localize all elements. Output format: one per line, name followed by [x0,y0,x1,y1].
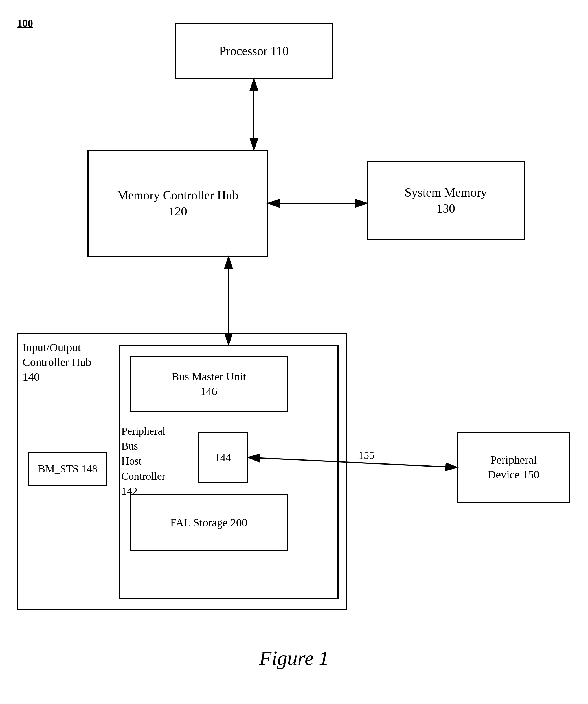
fal-label: FAL Storage 200 [170,516,247,529]
mch-label: Memory Controller Hub120 [117,187,239,220]
system-memory-label: System Memory130 [405,184,487,217]
bmsts-box: BM_STS 148 [28,452,107,486]
processor-box: Processor 110 [175,22,333,79]
bmsts-label: BM_STS 148 [38,463,97,475]
ioch-label: Input/OutputController Hub140 [22,340,91,384]
bmu-box: Bus Master Unit146 [130,356,288,412]
mch-box: Memory Controller Hub120 [87,150,268,257]
bmu-label: Bus Master Unit146 [172,369,246,399]
peripheral-device-box: PeripheralDevice 150 [457,432,570,503]
pbhc-label: Peripheral BusHost Controller142 [121,424,183,499]
box-144: 144 [197,432,248,483]
box144-label: 144 [215,451,231,464]
arrow-label-155: 155 [358,449,375,461]
system-memory-box: System Memory130 [367,161,525,240]
processor-label: Processor 110 [219,44,288,58]
figure-caption: Figure 1 [259,647,329,670]
diagram: 100 Processor 110 Memory Controller Hub1… [0,0,588,704]
ref-label: 100 [17,17,33,30]
peripheral-device-label: PeripheralDevice 150 [487,453,539,482]
fal-box: FAL Storage 200 [130,494,288,551]
